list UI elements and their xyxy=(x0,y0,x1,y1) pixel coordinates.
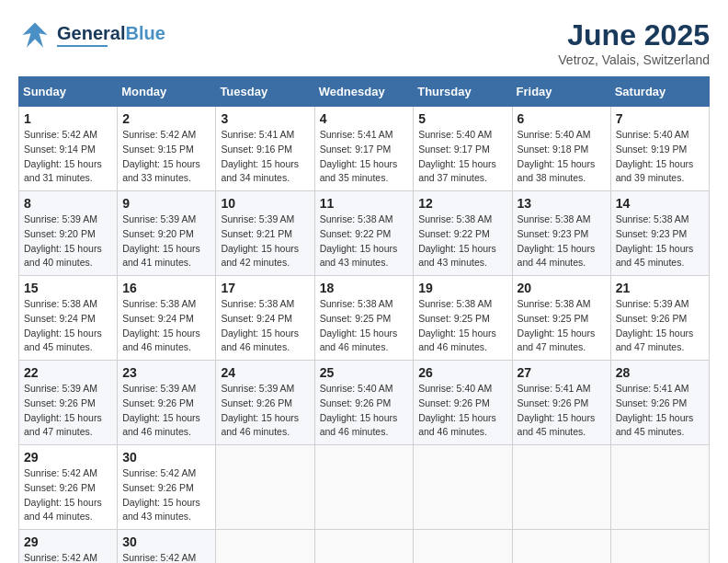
week-row: 29Sunrise: 5:42 AMSunset: 9:26 PMDayligh… xyxy=(19,445,710,530)
day-number: 18 xyxy=(320,281,409,295)
table-row: 30Sunrise: 5:42 AMSunset: 9:26 PMDayligh… xyxy=(118,445,216,530)
table-row: 8Sunrise: 5:39 AMSunset: 9:20 PMDaylight… xyxy=(19,191,118,276)
day-info: Sunrise: 5:41 AMSunset: 9:17 PMDaylight:… xyxy=(320,128,409,186)
day-number: 1 xyxy=(24,111,112,126)
day-number: 15 xyxy=(24,281,112,295)
table-row xyxy=(610,445,709,530)
table-row: 6Sunrise: 5:40 AMSunset: 9:18 PMDaylight… xyxy=(512,107,610,191)
table-row xyxy=(314,445,414,530)
day-number: 20 xyxy=(518,281,606,295)
logo-line2: Blue xyxy=(125,23,165,43)
day-info: Sunrise: 5:42 AMSunset: 9:14 PMDaylight:… xyxy=(24,128,112,186)
calendar-table: Sunday Monday Tuesday Wednesday Thursday… xyxy=(18,76,710,563)
table-row: 13Sunrise: 5:38 AMSunset: 9:23 PMDayligh… xyxy=(512,191,610,276)
day-info: Sunrise: 5:38 AMSunset: 9:23 PMDaylight:… xyxy=(616,213,704,270)
day-number: 24 xyxy=(221,365,309,380)
day-number: 12 xyxy=(418,196,506,211)
day-number: 17 xyxy=(221,281,309,295)
table-row xyxy=(314,530,414,564)
header-saturday: Saturday xyxy=(610,77,709,107)
day-number: 13 xyxy=(518,196,606,211)
title-area: June 2025 Vetroz, Valais, Switzerland xyxy=(558,18,710,67)
table-row: 11Sunrise: 5:38 AMSunset: 9:22 PMDayligh… xyxy=(314,191,414,276)
day-info: Sunrise: 5:39 AMSunset: 9:20 PMDaylight:… xyxy=(24,213,112,270)
day-info: Sunrise: 5:42 AMSunset: 9:26 PMDaylight:… xyxy=(122,551,210,563)
day-number: 14 xyxy=(616,196,704,211)
day-info: Sunrise: 5:38 AMSunset: 9:24 PMDaylight:… xyxy=(221,297,309,355)
day-info: Sunrise: 5:39 AMSunset: 9:26 PMDaylight:… xyxy=(221,382,309,440)
table-row: 29Sunrise: 5:42 AMSunset: 9:26 PMDayligh… xyxy=(19,445,118,530)
day-info: Sunrise: 5:42 AMSunset: 9:15 PMDaylight:… xyxy=(122,128,210,186)
day-number: 2 xyxy=(122,111,210,126)
day-number: 29 xyxy=(24,450,112,465)
week-row: 22Sunrise: 5:39 AMSunset: 9:26 PMDayligh… xyxy=(19,361,710,445)
table-row: 12Sunrise: 5:38 AMSunset: 9:22 PMDayligh… xyxy=(414,191,512,276)
day-number: 22 xyxy=(24,365,112,380)
table-row: 18Sunrise: 5:38 AMSunset: 9:25 PMDayligh… xyxy=(314,276,414,361)
table-row xyxy=(216,445,314,530)
day-info: Sunrise: 5:41 AMSunset: 9:26 PMDaylight:… xyxy=(518,382,606,440)
header-monday: Monday xyxy=(118,77,216,107)
day-info: Sunrise: 5:39 AMSunset: 9:26 PMDaylight:… xyxy=(24,382,112,440)
header-sunday: Sunday xyxy=(19,77,118,107)
table-row: 7Sunrise: 5:40 AMSunset: 9:19 PMDaylight… xyxy=(610,107,709,191)
table-row: 5Sunrise: 5:40 AMSunset: 9:17 PMDaylight… xyxy=(414,107,512,191)
day-info: Sunrise: 5:39 AMSunset: 9:26 PMDaylight:… xyxy=(122,382,210,440)
week-row: 8Sunrise: 5:39 AMSunset: 9:20 PMDaylight… xyxy=(19,191,710,276)
table-row xyxy=(414,530,512,564)
location-title: Vetroz, Valais, Switzerland xyxy=(558,52,710,67)
table-row xyxy=(512,530,610,564)
day-info: Sunrise: 5:39 AMSunset: 9:26 PMDaylight:… xyxy=(616,297,704,355)
day-info: Sunrise: 5:40 AMSunset: 9:26 PMDaylight:… xyxy=(418,382,506,440)
table-row: 25Sunrise: 5:40 AMSunset: 9:26 PMDayligh… xyxy=(314,361,414,445)
table-row xyxy=(216,530,314,564)
table-row: 29Sunrise: 5:42 AMSunset: 9:26 PMDayligh… xyxy=(19,530,118,564)
day-number: 10 xyxy=(221,196,309,211)
day-info: Sunrise: 5:40 AMSunset: 9:19 PMDaylight:… xyxy=(616,128,704,186)
svg-marker-0 xyxy=(23,23,48,48)
day-info: Sunrise: 5:38 AMSunset: 9:25 PMDaylight:… xyxy=(320,297,409,355)
table-row: 9Sunrise: 5:39 AMSunset: 9:20 PMDaylight… xyxy=(118,191,216,276)
table-row: 19Sunrise: 5:38 AMSunset: 9:25 PMDayligh… xyxy=(414,276,512,361)
header-tuesday: Tuesday xyxy=(216,77,314,107)
table-row: 28Sunrise: 5:41 AMSunset: 9:26 PMDayligh… xyxy=(610,361,709,445)
table-row: 27Sunrise: 5:41 AMSunset: 9:26 PMDayligh… xyxy=(512,361,610,445)
day-number: 3 xyxy=(221,111,309,126)
day-info: Sunrise: 5:38 AMSunset: 9:24 PMDaylight:… xyxy=(122,297,210,355)
day-number: 30 xyxy=(122,450,210,465)
day-number: 28 xyxy=(616,365,704,380)
logo-underline xyxy=(57,45,108,47)
day-number: 11 xyxy=(320,196,409,211)
day-number: 16 xyxy=(122,281,210,295)
day-info: Sunrise: 5:42 AMSunset: 9:26 PMDaylight:… xyxy=(122,466,210,524)
table-row: 24Sunrise: 5:39 AMSunset: 9:26 PMDayligh… xyxy=(216,361,314,445)
day-info: Sunrise: 5:42 AMSunset: 9:26 PMDaylight:… xyxy=(24,551,112,563)
day-number: 7 xyxy=(616,111,704,126)
table-row: 2Sunrise: 5:42 AMSunset: 9:15 PMDaylight… xyxy=(118,107,216,191)
table-row: 22Sunrise: 5:39 AMSunset: 9:26 PMDayligh… xyxy=(19,361,118,445)
day-number: 19 xyxy=(418,281,506,295)
day-number: 6 xyxy=(518,111,606,126)
days-header-row: Sunday Monday Tuesday Wednesday Thursday… xyxy=(19,77,710,107)
week-row: 1Sunrise: 5:42 AMSunset: 9:14 PMDaylight… xyxy=(19,107,710,191)
table-row xyxy=(414,445,512,530)
week-row: 29Sunrise: 5:42 AMSunset: 9:26 PMDayligh… xyxy=(19,530,710,564)
day-info: Sunrise: 5:41 AMSunset: 9:16 PMDaylight:… xyxy=(221,128,309,186)
day-info: Sunrise: 5:38 AMSunset: 9:23 PMDaylight:… xyxy=(518,213,606,270)
day-info: Sunrise: 5:42 AMSunset: 9:26 PMDaylight:… xyxy=(24,466,112,524)
day-number: 8 xyxy=(24,196,112,211)
day-info: Sunrise: 5:40 AMSunset: 9:17 PMDaylight:… xyxy=(418,128,506,186)
table-row: 4Sunrise: 5:41 AMSunset: 9:17 PMDaylight… xyxy=(314,107,414,191)
day-number: 26 xyxy=(418,365,506,380)
table-row: 15Sunrise: 5:38 AMSunset: 9:24 PMDayligh… xyxy=(19,276,118,361)
day-number: 25 xyxy=(320,365,409,380)
header: GeneralBlue June 2025 Vetroz, Valais, Sw… xyxy=(18,18,710,67)
table-row: 3Sunrise: 5:41 AMSunset: 9:16 PMDaylight… xyxy=(216,107,314,191)
day-number: 4 xyxy=(320,111,409,126)
day-info: Sunrise: 5:38 AMSunset: 9:22 PMDaylight:… xyxy=(418,213,506,270)
day-info: Sunrise: 5:38 AMSunset: 9:25 PMDaylight:… xyxy=(518,297,606,355)
day-number: 5 xyxy=(418,111,506,126)
table-row: 21Sunrise: 5:39 AMSunset: 9:26 PMDayligh… xyxy=(610,276,709,361)
table-row: 14Sunrise: 5:38 AMSunset: 9:23 PMDayligh… xyxy=(610,191,709,276)
logo-icon xyxy=(18,18,51,52)
